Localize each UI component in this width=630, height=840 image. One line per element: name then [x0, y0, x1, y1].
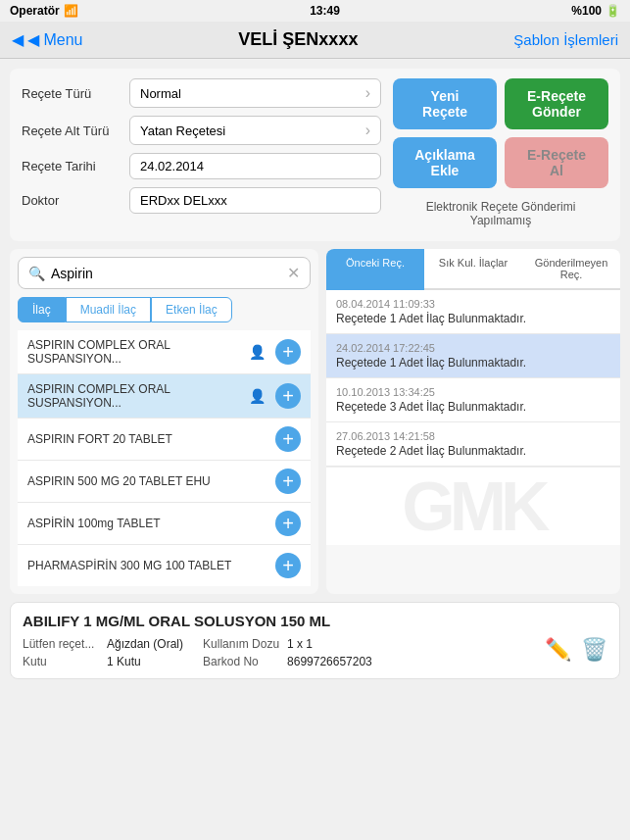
aciklama-ekle-button[interactable]: Açıklama Ekle	[393, 137, 497, 188]
drug-type-tabs: İlaç Muadil İlaç Etken İlaç	[18, 297, 311, 322]
erecete-al-button[interactable]: E-Reçete Al	[505, 137, 608, 188]
yeni-recete-button[interactable]: Yeni Reçete	[393, 78, 497, 129]
prev-item-text: Reçetede 2 Adet İlaç Bulunmaktadır.	[336, 444, 610, 458]
tab-muadil[interactable]: Muadil İlaç	[66, 297, 151, 322]
add-drug-button[interactable]: +	[275, 553, 301, 578]
prev-item-date: 27.06.2013 14:21:58	[336, 430, 610, 442]
drug-item-actions: +	[275, 511, 301, 536]
bottom-buttons: Açıklama Ekle E-Reçete Al	[393, 137, 608, 188]
selected-drug-details: Lütfen reçet... Ağızdan (Oral) Kutu 1 Ku…	[23, 637, 372, 668]
time-label: 13:49	[310, 4, 340, 18]
add-drug-button[interactable]: +	[275, 469, 301, 494]
recete-turu-label: Reçete Türü	[22, 86, 129, 101]
chevron-right-icon: ›	[365, 84, 370, 102]
tab-gonderilmeyen[interactable]: Gönderilmeyen Reç.	[522, 249, 620, 290]
list-item[interactable]: 08.04.2014 11:09:33 Reçetede 1 Adet İlaç…	[326, 290, 620, 334]
chevron-right-icon2: ›	[365, 122, 370, 139]
kutu-value: 1 Kutu	[107, 655, 141, 668]
tab-ilac[interactable]: İlaç	[18, 297, 66, 322]
add-drug-button[interactable]: +	[275, 511, 301, 536]
drug-item-actions: 👤 +	[249, 383, 301, 409]
recete-tarihi-input[interactable]: 24.02.2014	[129, 153, 381, 179]
detail-row-barkod: Barkod No 8699726657203	[203, 655, 372, 668]
selected-drug-title: ABILIFY 1 MG/ML ORAL SOLUSYON 150 ML	[23, 613, 607, 629]
watermark: GMK	[402, 468, 544, 546]
add-drug-button[interactable]: +	[275, 339, 301, 365]
erecete-status: Elektronik Reçete GönderimiYapılmamış	[393, 196, 608, 231]
drug-item-name: ASPİRİN 100mg TABLET	[27, 517, 275, 530]
add-drug-button[interactable]: +	[275, 383, 301, 409]
detail-col-right: Kullanım Dozu 1 x 1 Barkod No 8699726657…	[203, 637, 372, 668]
recete-turu-input[interactable]: Normal ›	[129, 78, 381, 108]
erecete-gonder-button[interactable]: E-Reçete Gönder	[505, 78, 608, 129]
list-item[interactable]: ASPIRIN 500 MG 20 TABLET EHU +	[18, 461, 311, 503]
list-item[interactable]: 24.02.2014 17:22:45 Reçetede 1 Adet İlaç…	[326, 334, 620, 378]
delete-icon[interactable]: 🗑️	[581, 637, 607, 663]
battery-label: %100	[571, 4, 602, 18]
doktor-label: Doktor	[22, 193, 129, 208]
erecete-status-text: Elektronik Reçete GönderimiYapılmamış	[426, 200, 576, 227]
kullanim-dozu-label: Kullanım Dozu	[203, 637, 281, 651]
tab-onceki[interactable]: Önceki Reç.	[326, 249, 424, 290]
selected-drug-details-row: Lütfen reçet... Ağızdan (Oral) Kutu 1 Ku…	[23, 637, 607, 668]
doktor-value: ERDxx DELxxx	[140, 193, 227, 208]
drug-item-actions: +	[275, 426, 301, 452]
list-item[interactable]: ASPİRİN 100mg TABLET +	[18, 503, 311, 545]
recete-alt-turu-label: Reçete Alt Türü	[22, 124, 129, 138]
add-drug-button[interactable]: +	[275, 426, 301, 452]
recete-tarihi-row: Reçete Tarihi 24.02.2014	[22, 153, 381, 179]
form-section: Reçete Türü Normal › Reçete Alt Türü Yat…	[10, 69, 620, 241]
top-buttons: Yeni Reçete E-Reçete Gönder	[393, 78, 608, 129]
tab-sik-kul[interactable]: Sık Kul. İlaçlar	[424, 249, 522, 290]
status-right: %100 🔋	[571, 4, 620, 18]
back-label: ◀ Menu	[27, 30, 82, 49]
selected-drug-section: ABILIFY 1 MG/ML ORAL SOLUSYON 150 ML Lüt…	[10, 602, 620, 679]
list-item[interactable]: ASPIRIN COMPLEX ORAL SUSPANSIYON... 👤 +	[18, 330, 311, 374]
edit-icon[interactable]: ✏️	[545, 637, 571, 663]
search-icon: 🔍	[28, 266, 45, 281]
list-item[interactable]: 10.10.2013 13:34:25 Reçetede 3 Adet İlaç…	[326, 378, 620, 422]
list-item[interactable]: ASPIRIN FORT 20 TABLET +	[18, 419, 311, 461]
list-item[interactable]: ASPIRIN COMPLEX ORAL SUSPANSIYON... 👤 +	[18, 374, 311, 419]
search-input[interactable]	[51, 266, 287, 281]
list-item[interactable]: 27.06.2013 14:21:58 Reçetede 2 Adet İlaç…	[326, 422, 620, 467]
drug-item-name: PHARMASPİRİN 300 MG 100 TABLET	[27, 559, 275, 572]
search-clear-icon[interactable]: ✕	[287, 264, 300, 282]
drug-info-icon2[interactable]: 👤	[249, 388, 266, 404]
doktor-input[interactable]: ERDxx DELxxx	[129, 187, 381, 214]
doktor-row: Doktor ERDxx DELxxx	[22, 187, 381, 214]
recete-alt-turu-value: Yatan Reçetesi	[140, 124, 225, 138]
recete-tarihi-value: 24.02.2014	[140, 159, 204, 173]
watermark-area: GMK	[326, 467, 620, 545]
barkod-label: Barkod No	[203, 655, 281, 668]
recete-tarihi-label: Reçete Tarihi	[22, 159, 129, 173]
drug-item-actions: 👤 +	[249, 339, 301, 365]
drug-item-actions: +	[275, 553, 301, 578]
status-bar: Operatör 📶 13:49 %100 🔋	[0, 0, 630, 22]
detail-row-kullanim: Kullanım Dozu 1 x 1	[203, 637, 372, 651]
drug-item-name: ASPIRIN 500 MG 20 TABLET EHU	[27, 474, 275, 488]
detail-row-kutu: Kutu 1 Kutu	[23, 655, 183, 668]
prev-item-date: 08.04.2014 11:09:33	[336, 298, 610, 310]
prev-panel: Önceki Reç. Sık Kul. İlaçlar Gönderilmey…	[326, 249, 620, 594]
form-right: Yeni Reçete E-Reçete Gönder Açıklama Ekl…	[393, 78, 608, 231]
battery-icon: 🔋	[606, 4, 620, 18]
operator-label: Operatör	[10, 4, 60, 18]
prev-item-text: Reçetede 1 Adet İlaç Bulunmaktadır.	[336, 356, 610, 370]
tab-etken[interactable]: Etken İlaç	[151, 297, 232, 322]
detail-row-lutfen: Lütfen reçet... Ağızdan (Oral)	[23, 637, 183, 651]
agizdan-value: Ağızdan (Oral)	[107, 637, 183, 651]
form-left: Reçete Türü Normal › Reçete Alt Türü Yat…	[22, 78, 381, 231]
recete-alt-turu-input[interactable]: Yatan Reçetesi ›	[129, 116, 381, 145]
recete-turu-value: Normal	[140, 86, 181, 101]
drug-list: ASPIRIN COMPLEX ORAL SUSPANSIYON... 👤 + …	[18, 330, 311, 586]
drug-panel: 🔍 ✕ İlaç Muadil İlaç Etken İlaç ASPIRIN …	[10, 249, 318, 594]
barkod-value: 8699726657203	[287, 655, 372, 668]
list-item[interactable]: PHARMASPİRİN 300 MG 100 TABLET +	[18, 545, 311, 586]
drug-item-name: ASPIRIN COMPLEX ORAL SUSPANSIYON...	[27, 338, 249, 366]
sablon-button[interactable]: Şablon İşlemleri	[513, 31, 618, 48]
back-chevron-icon: ◀	[12, 30, 24, 49]
recete-alt-turu-row: Reçete Alt Türü Yatan Reçetesi ›	[22, 116, 381, 145]
back-button[interactable]: ◀ ◀ Menu	[12, 30, 82, 49]
drug-info-icon[interactable]: 👤	[249, 344, 266, 360]
